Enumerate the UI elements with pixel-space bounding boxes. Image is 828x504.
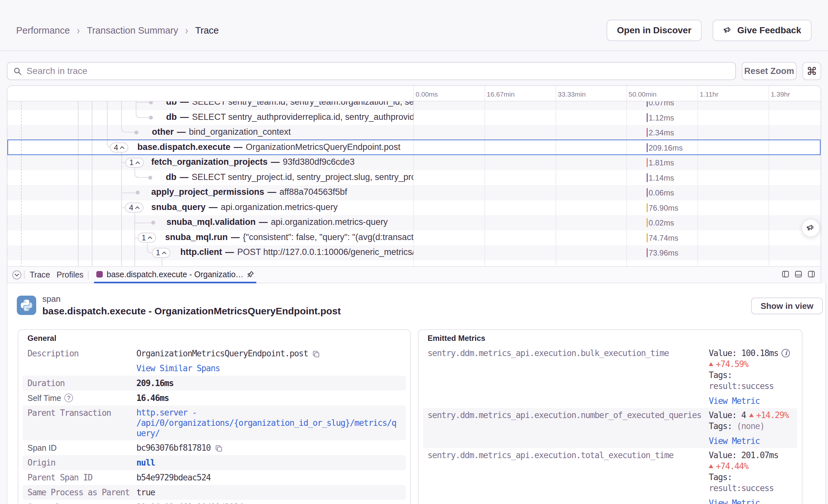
span-duration-label: 1.12ms [649, 114, 674, 122]
span-duration-bar [647, 173, 648, 182]
op-desc-separator: — [264, 187, 280, 197]
general-row-key: Origin [28, 458, 55, 467]
tab-profiles[interactable]: Profiles [56, 267, 83, 283]
general-row-key: Start Date [28, 502, 74, 504]
span-op: db [166, 101, 177, 107]
metric-tags-value: result:success [709, 483, 774, 493]
trace-row-label[interactable]: other—bind_organization_context [152, 127, 413, 137]
timeline-gridline [626, 86, 627, 266]
timeline-axis-label: 50.00min [629, 90, 656, 98]
span-op: snuba_mql.run [165, 232, 228, 242]
op-desc-separator: — [177, 101, 192, 107]
timeline-gridline [485, 86, 485, 266]
info-icon[interactable]: i [782, 349, 790, 357]
open-in-discover-button[interactable]: Open in Discover [607, 20, 702, 41]
floating-feedback-button[interactable] [801, 219, 820, 237]
timeline-axis-label: 1.11hr [700, 90, 718, 98]
copy-icon[interactable] [215, 444, 223, 453]
metric-change-chip: +14.29% [749, 410, 789, 421]
metric-name: sentry.ddm.metrics_api.execution.total_e… [427, 450, 709, 504]
general-value-link[interactable]: View Similar Spans [136, 363, 398, 374]
timeline-axis-label: 0.00ms [416, 90, 438, 98]
general-value: 10:04:01.461 10/09/2024 [136, 502, 243, 504]
span-children-badge[interactable]: 1 [125, 158, 144, 168]
timeline-axis: 0.00ms16.67min33.33min50.00min1.11hr1.39… [7, 86, 821, 101]
chevron-up-icon [148, 236, 152, 239]
dock-left-icon[interactable] [782, 270, 790, 278]
tab-divider [88, 271, 89, 279]
timeline-gridline [555, 86, 556, 266]
trace-search-bar[interactable] [7, 62, 736, 80]
trace-row-label[interactable]: snuba_mql.validation—api.organization.me… [166, 217, 413, 227]
view-metric-link[interactable]: View Metric [709, 435, 793, 447]
span-detail-header: span base.dispatch.execute - Organizatio… [7, 283, 825, 329]
metric-change-chip: +74.44% [709, 461, 748, 472]
search-input[interactable] [27, 66, 730, 76]
span-detail-drawer: span base.dispatch.execute - Organizatio… [7, 283, 826, 504]
metric-change-value: +74.59% [716, 359, 748, 370]
page-header: Performance › Transaction Summary › Trac… [0, 0, 828, 51]
trace-row-label[interactable]: http.client—POST http://127.0.0.1:10006/… [180, 247, 413, 257]
general-row: Parent Span IDb54e9729bdeac524 [18, 470, 410, 485]
metric-value: Value: 201.07ms [709, 450, 778, 461]
span-children-badge[interactable]: 4 [125, 203, 143, 213]
trace-row-label[interactable]: fetch_organization_projects—93fd380df9c6… [151, 157, 413, 167]
view-metric-link[interactable]: View Metric [709, 395, 793, 407]
general-card: General DescriptionOrganizationMetricsQu… [18, 329, 411, 504]
metric-name: sentry.ddm.metrics_api.execution.bulk_ex… [427, 348, 709, 407]
general-row: Same Process as Parenttrue [18, 485, 410, 500]
drawer-tab-bar: Trace Profiles base.dispatch.execute - O… [7, 266, 821, 283]
span-op: fetch_organization_projects [151, 157, 267, 167]
dock-bottom-icon[interactable] [794, 270, 802, 278]
dock-right-icon[interactable] [807, 270, 815, 278]
trace-row-label[interactable]: db—SELECT sentry_team.id, sentry_team.or… [166, 101, 413, 107]
trace-row-label[interactable]: apply_project_permissions—aff88a704563f5… [151, 187, 413, 197]
detail-kind-label: span [42, 294, 60, 304]
trace-row-label[interactable]: db—SELECT sentry_authproviderreplica.id,… [166, 112, 413, 122]
pin-icon[interactable] [246, 270, 255, 279]
tab-trace[interactable]: Trace [30, 267, 50, 283]
show-in-view-button[interactable]: Show in view [751, 298, 823, 314]
span-description: api.organization.metrics-query [221, 202, 338, 212]
give-feedback-button[interactable]: Give Feedback [713, 20, 812, 41]
megaphone-icon [723, 26, 733, 35]
view-metric-link[interactable]: View Metric [709, 498, 793, 504]
general-value: 16.46ms [136, 393, 169, 403]
op-desc-separator: — [256, 217, 271, 227]
span-duration-label: 73.96ms [649, 248, 678, 257]
children-count: 4 [129, 203, 133, 212]
span-duration-label: 76.90ms [649, 204, 678, 213]
span-children-badge[interactable]: 1 [152, 248, 170, 258]
trace-row-label[interactable]: snuba_query—api.organization.metrics-que… [151, 202, 413, 212]
general-value-link[interactable]: http.server - /api/0/organizations/{orga… [136, 407, 398, 438]
tab-active-label: base.dispatch.execute - Organizatio… [107, 270, 242, 279]
op-desc-separator: — [176, 172, 192, 182]
metric-change-value: +14.29% [756, 410, 789, 421]
trace-row-label[interactable]: snuba_mql.run—{"consistent": false, "que… [165, 232, 413, 242]
help-icon[interactable]: ? [64, 393, 73, 402]
copy-icon[interactable] [312, 350, 320, 358]
general-row-key: Parent Transaction [28, 408, 111, 418]
emitted-metrics-card: Emitted Metrics sentry.ddm.metrics_api.e… [418, 329, 802, 504]
children-count: 1 [129, 158, 133, 167]
span-duration-label: 1.14ms [649, 173, 674, 182]
metric-value: Value: 100.18ms [709, 348, 778, 359]
search-icon [13, 67, 22, 76]
tab-active-span[interactable]: base.dispatch.execute - Organizatio… [94, 267, 256, 283]
metric-name: sentry.ddm.metrics_api.execution.number_… [427, 410, 709, 447]
span-description: aff88a704563f5bf [280, 187, 347, 197]
span-duration-label: 0.02ms [649, 218, 674, 227]
shortcut-button[interactable]: ⌘ [802, 62, 821, 80]
trace-row-label[interactable]: db—SELECT sentry_project.id, sentry_proj… [166, 172, 413, 182]
drawer-collapse-button[interactable] [12, 270, 21, 280]
span-description: 93fd380df9c6cde3 [283, 157, 355, 167]
span-duration-bar [647, 158, 648, 167]
reset-zoom-button[interactable]: Reset Zoom [742, 62, 797, 80]
general-row-key: Span ID [28, 442, 56, 453]
span-children-badge[interactable]: 1 [138, 233, 156, 243]
breadcrumb-transaction-summary[interactable]: Transaction Summary [87, 25, 178, 36]
breadcrumb-performance[interactable]: Performance [16, 25, 70, 36]
selected-row-outline [7, 139, 821, 155]
megaphone-icon [806, 223, 816, 233]
span-duration-label: 74.74ms [649, 234, 678, 243]
